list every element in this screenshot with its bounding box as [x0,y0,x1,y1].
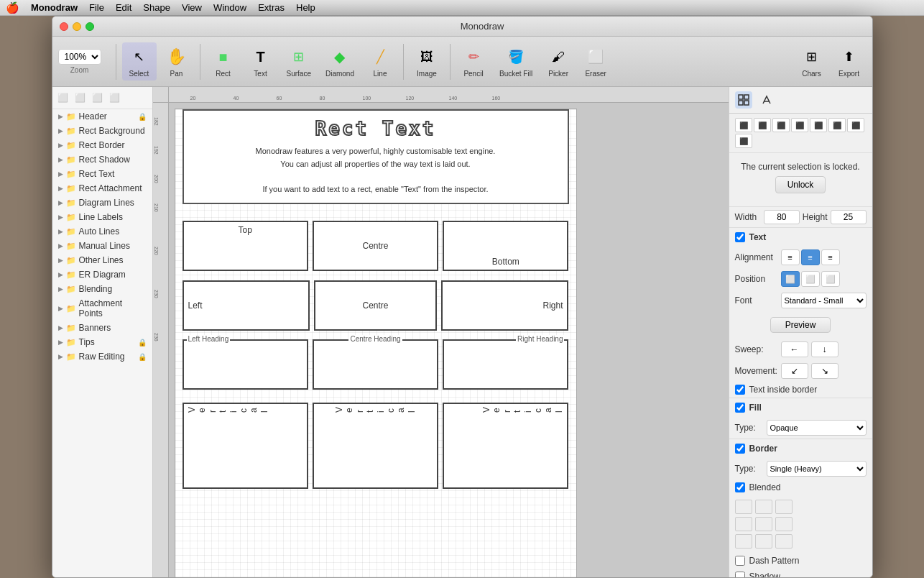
align-center-text-btn[interactable]: ≡ [801,249,820,265]
tool-diamond[interactable]: ◆ Diamond [320,42,360,81]
rect-bottom[interactable]: Bottom [443,221,568,271]
tool-image[interactable]: 🖼 Image [410,42,444,81]
rect-left[interactable]: Left [183,280,310,331]
pos-top-btn[interactable]: ⬜ [781,271,800,287]
menu-extras[interactable]: Extras [258,2,285,13]
tool-bucket[interactable]: 🪣 Bucket Fill [494,42,538,81]
sweep-left-btn[interactable]: ← [781,341,808,357]
menu-help[interactable]: Help [296,2,315,13]
tool-eraser[interactable]: ⬜ Eraser [578,42,613,81]
inspector-tab-style[interactable] [758,91,775,109]
font-select[interactable]: Standard - Small [781,293,867,308]
sidebar-item-rawediting[interactable]: ▶ 📁 Raw Editing 🔒 [52,349,152,364]
align-bottom-btn[interactable]: ⬛ [828,118,846,132]
minimize-button[interactable] [73,22,81,31]
align-top-btn[interactable]: ⬛ [791,118,808,132]
sidebar-btn-4[interactable]: ⬜ [107,90,123,106]
blended-checkbox[interactable] [735,482,745,492]
border-checkbox[interactable] [735,444,745,454]
color-swatch-9[interactable] [775,534,793,549]
sidebar-item-attachpoints[interactable]: ▶ 📁 Attachment Points [52,296,152,321]
align-right-text-btn[interactable]: ≡ [821,249,840,265]
sidebar-item-manuallines[interactable]: ▶ 📁 Manual Lines [52,239,152,253]
align-right-btn[interactable]: ⬛ [772,118,790,132]
sidebar-item-banners[interactable]: ▶ 📁 Banners [52,321,152,335]
align-center-v-btn[interactable]: ⬛ [810,118,827,132]
color-swatch-7[interactable] [735,534,752,549]
rect-centre-heading[interactable]: Centre Heading [313,339,438,390]
sidebar-item-autolines[interactable]: ▶ 📁 Auto Lines [52,224,152,239]
tool-pan[interactable]: ✋ Pan [160,42,194,81]
canvas-container[interactable]: 20 40 60 80 100 120 140 160 182 192 200 … [153,87,729,577]
sweep-down-btn[interactable]: ↓ [811,341,838,357]
fill-checkbox[interactable] [735,403,745,413]
width-input[interactable] [764,210,800,224]
sidebar-item-header[interactable]: ▶ 📁 Header 🔒 [52,109,152,124]
tool-chars[interactable]: ⊞ Chars [795,42,829,81]
color-swatch-3[interactable] [775,500,793,514]
canvas-scroll[interactable]: Rect Text Monodraw features a very power… [169,103,729,577]
tool-select[interactable]: ↖ Select [122,42,157,81]
height-input[interactable] [831,210,867,224]
sidebar-item-rectbg[interactable]: ▶ 📁 Rect Background [52,124,152,138]
rect-vertical-1[interactable]: Vertical [183,403,308,489]
rect-top[interactable]: Top [183,221,308,271]
tool-surface[interactable]: ⊞ Surface [281,42,317,81]
menu-view[interactable]: View [182,2,202,13]
zoom-select[interactable]: 100% 50% 150% 200% [58,49,101,65]
rect-right[interactable]: Right [441,280,568,331]
tool-pencil[interactable]: ✏ Pencil [456,42,491,81]
sidebar-item-recttext[interactable]: ▶ 📁 Rect Text [52,167,152,181]
preview-button[interactable]: Preview [770,317,831,333]
sidebar-btn-3[interactable]: ⬜ [90,90,106,106]
sidebar-item-otherlines[interactable]: ▶ 📁 Other Lines [52,253,152,267]
close-button[interactable] [60,22,68,31]
color-swatch-2[interactable] [755,500,772,514]
sidebar-btn-2[interactable]: ⬜ [73,90,88,106]
inspector-tab-arrange[interactable] [735,91,752,109]
sidebar-item-tips[interactable]: ▶ 📁 Tips 🔒 [52,335,152,349]
sidebar-btn-1[interactable]: ⬜ [55,90,71,106]
color-swatch-5[interactable] [755,517,772,531]
menu-file[interactable]: File [89,2,104,13]
align-center-h-btn[interactable]: ⬛ [754,118,771,132]
rect-vertical-2[interactable]: Vertical [313,403,438,489]
fill-type-select[interactable]: Opaque [767,420,867,436]
rect-centre-top[interactable]: Centre [313,221,438,271]
sidebar-item-erdiagram[interactable]: ▶ 📁 ER Diagram [52,267,152,282]
tool-rect[interactable]: ■ Rect [206,42,241,81]
pos-mid-btn[interactable]: ⬜ [801,271,820,287]
text-checkbox[interactable] [735,232,745,242]
rect-vertical-3[interactable]: Vertical [443,403,568,489]
shadow-checkbox[interactable] [735,572,745,577]
tool-text[interactable]: T Text [244,42,278,81]
rect-right-heading[interactable]: Right Heading [443,339,568,390]
tool-line[interactable]: ╱ Line [363,42,397,81]
distribute-h-btn[interactable]: ⬛ [847,118,864,132]
tool-picker[interactable]: 🖌 Picker [541,42,576,81]
movement-left-btn[interactable]: ↙ [781,363,808,379]
distribute-v-btn[interactable]: ⬛ [735,134,752,148]
sidebar-item-rectshadow[interactable]: ▶ 📁 Rect Shadow [52,152,152,167]
canvas[interactable]: Rect Text Monodraw features a very power… [175,109,577,577]
color-swatch-1[interactable] [735,500,752,514]
border-type-select[interactable]: Single (Heavy) [767,461,867,477]
apple-menu[interactable]: 🍎 [6,1,19,14]
color-swatch-4[interactable] [735,517,752,531]
dash-pattern-checkbox[interactable] [735,556,745,566]
color-swatch-6[interactable] [775,517,793,531]
movement-right-btn[interactable]: ↘ [811,363,838,379]
sidebar-item-blending[interactable]: ▶ 📁 Blending [52,282,152,296]
sidebar-item-diagramlines[interactable]: ▶ 📁 Diagram Lines [52,196,152,210]
align-left-text-btn[interactable]: ≡ [781,249,800,265]
tool-export[interactable]: ⬆ Export [832,42,867,81]
align-left-btn[interactable]: ⬛ [735,118,752,132]
menu-shape[interactable]: Shape [143,2,170,13]
sidebar-item-rectattach[interactable]: ▶ 📁 Rect Attachment [52,181,152,196]
maximize-button[interactable] [86,22,94,31]
sidebar-item-rectborder[interactable]: ▶ 📁 Rect Border [52,138,152,152]
text-inside-border-checkbox[interactable] [735,385,745,395]
pos-bottom-btn[interactable]: ⬜ [821,271,840,287]
rect-centre-mid[interactable]: Centre [314,280,437,331]
color-swatch-8[interactable] [755,534,772,549]
